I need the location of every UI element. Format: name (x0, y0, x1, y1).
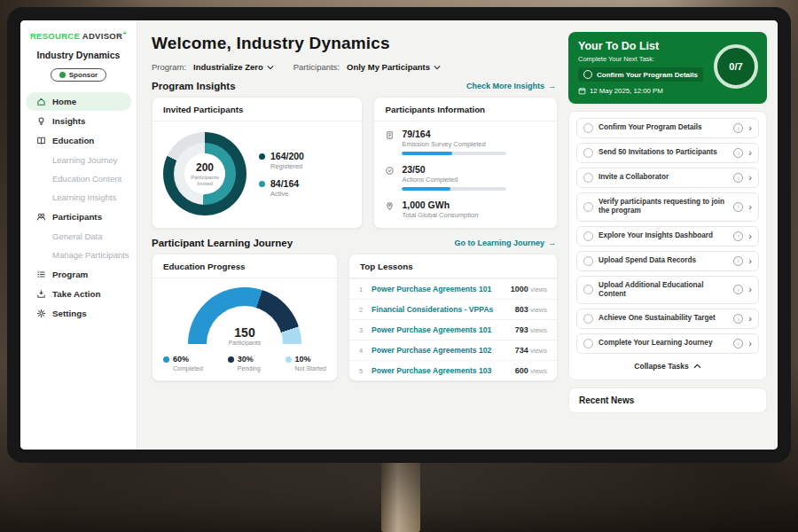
sidebar-item-home[interactable]: Home (26, 92, 131, 111)
sidebar-item-take-action[interactable]: Take Action (26, 285, 131, 303)
chevron-right-icon[interactable]: › (748, 285, 752, 294)
sidebar-item-label: Learning Insights (52, 192, 116, 202)
chevron-right-icon[interactable]: › (748, 231, 752, 241)
chevron-up-icon (693, 364, 701, 369)
todo-progress-value: 0/7 (729, 61, 742, 72)
task-checkbox[interactable] (583, 123, 593, 133)
task-checkbox[interactable] (583, 148, 593, 158)
donut-center-label: Participants Invited (187, 175, 223, 187)
task-checkbox[interactable] (583, 285, 593, 294)
chevron-right-icon[interactable]: › (748, 123, 752, 133)
task-checkbox[interactable] (583, 256, 593, 266)
clipboard-icon (385, 130, 395, 140)
legend-item-active: 84/164 Active (259, 178, 304, 198)
chevron-right-icon[interactable]: › (748, 148, 752, 158)
sponsor-badge[interactable]: Sponsor (51, 68, 106, 82)
task-row[interactable]: Verify participants requesting to join t… (576, 192, 759, 222)
sidebar-item-label: General Data (52, 231, 103, 241)
stat-row: 1,000 GWh Total Global Consumption (374, 192, 557, 221)
stat-row: 23/50 Actions Completed (374, 157, 557, 192)
education-progress-gauge: 150 Participants (188, 287, 301, 346)
sidebar-item-learning-insights[interactable]: Learning Insights (20, 188, 137, 207)
program-select[interactable]: Industrialize Zero (193, 62, 274, 72)
lesson-row: 4 Power Purchase Agreements 102 734 view… (349, 340, 557, 360)
task-checkbox[interactable] (583, 339, 593, 348)
gauge-center-value: 150 (188, 325, 301, 340)
lesson-link[interactable]: Power Purchase Agreements 101 (372, 325, 509, 334)
stat-row: 79/164 Emission Survey Completed (374, 121, 557, 157)
chevron-right-icon[interactable]: › (748, 339, 752, 348)
collapse-tasks-button[interactable]: Collapse Tasks (576, 358, 759, 376)
task-row[interactable]: Upload Spend Data Records i › (576, 251, 759, 271)
info-icon[interactable]: i (733, 314, 743, 324)
calendar-icon (578, 87, 586, 95)
donut-legend: 164/200 Registered 84/164 Active (259, 143, 304, 206)
lesson-row: 5 Power Purchase Agreements 103 600 view… (349, 360, 557, 380)
book-icon (36, 136, 46, 145)
task-row[interactable]: Confirm Your Program Details i › (576, 118, 759, 138)
task-row[interactable]: Explore Your Insights Dashboard i › (576, 226, 759, 246)
info-icon[interactable]: i (733, 202, 743, 212)
info-icon[interactable]: i (733, 256, 743, 266)
info-icon[interactable]: i (733, 148, 743, 158)
info-icon[interactable]: i (733, 123, 743, 133)
sidebar-item-label: Manage Participants (52, 250, 129, 260)
task-row[interactable]: Achieve One Sustainability Target i › (576, 309, 759, 329)
legend-dot (228, 356, 234, 363)
task-checkbox[interactable] (583, 231, 593, 241)
tasks-list: Confirm Your Program Details i › Send 50… (568, 111, 767, 380)
lesson-link[interactable]: Power Purchase Agreements 101 (372, 285, 505, 293)
task-row[interactable]: Invite a Collaborator i › (576, 168, 759, 188)
info-icon[interactable]: i (733, 231, 743, 241)
chevron-right-icon[interactable]: › (748, 202, 752, 212)
chevron-right-icon[interactable]: › (748, 314, 752, 324)
sidebar-item-label: Insights (52, 116, 86, 126)
todo-progress-ring: 0/7 (714, 44, 758, 89)
home-icon (36, 97, 46, 106)
sidebar-item-manage-participants[interactable]: Manage Participants (20, 246, 137, 264)
donut-center-value: 200 (196, 161, 214, 174)
task-row[interactable]: Send 50 Invitations to Participants i › (576, 143, 759, 163)
card-title: Education Progress (153, 254, 337, 278)
sidebar-item-label: Program (52, 270, 88, 279)
task-checkbox[interactable] (583, 70, 592, 79)
recent-news-header[interactable]: Recent News (568, 387, 767, 413)
check-circle-icon (385, 166, 395, 176)
check-more-insights-link[interactable]: Check More Insights → (466, 82, 556, 90)
location-pin-icon (385, 201, 395, 211)
sidebar-item-general-data[interactable]: General Data (20, 227, 137, 246)
lesson-row: 2 Financial Considerations - VPPAs 803 v… (349, 299, 557, 319)
task-checkbox[interactable] (583, 202, 593, 212)
gear-icon (36, 309, 46, 318)
sidebar-item-education[interactable]: Education (26, 131, 131, 150)
lesson-row: 3 Power Purchase Agreements 101 793 view… (349, 319, 557, 340)
sidebar-item-participants[interactable]: Participants (26, 207, 131, 226)
sidebar-item-program[interactable]: Program (26, 265, 131, 284)
go-to-learning-journey-link[interactable]: Go to Learning Journey → (454, 239, 556, 247)
lesson-link[interactable]: Financial Considerations - VPPAs (372, 305, 509, 314)
task-row[interactable]: Upload Additional Educational Content i … (576, 276, 759, 305)
program-select-value: Industrialize Zero (193, 62, 263, 72)
gauge-center-label: Participants (188, 340, 301, 346)
sidebar-item-education-content[interactable]: Education Content (20, 169, 137, 188)
task-checkbox[interactable] (583, 314, 593, 324)
sidebar-item-settings[interactable]: Settings (26, 304, 131, 323)
info-icon[interactable]: i (733, 285, 743, 294)
chevron-down-icon (267, 65, 274, 70)
legend-dot (163, 356, 169, 363)
todo-next-task[interactable]: Confirm Your Program Details (578, 67, 703, 82)
info-icon[interactable]: i (733, 173, 743, 183)
sidebar-item-insights[interactable]: Insights (26, 112, 131, 130)
card-title: Invited Participants (153, 98, 362, 121)
lesson-link[interactable]: Power Purchase Agreements 102 (372, 346, 509, 355)
sidebar-item-learning-journey[interactable]: Learning Journey (20, 151, 137, 169)
lesson-link[interactable]: Power Purchase Agreements 103 (372, 366, 509, 375)
task-checkbox[interactable] (583, 173, 593, 183)
sidebar-item-label: Education (52, 136, 94, 145)
chevron-right-icon[interactable]: › (748, 256, 752, 266)
participants-select[interactable]: Only My Participants (347, 62, 441, 72)
task-row[interactable]: Complete Your Learning Journey i › (576, 333, 759, 354)
info-icon[interactable]: i (733, 339, 743, 348)
sidebar-item-label: Take Action (52, 289, 100, 299)
chevron-right-icon[interactable]: › (748, 173, 752, 183)
